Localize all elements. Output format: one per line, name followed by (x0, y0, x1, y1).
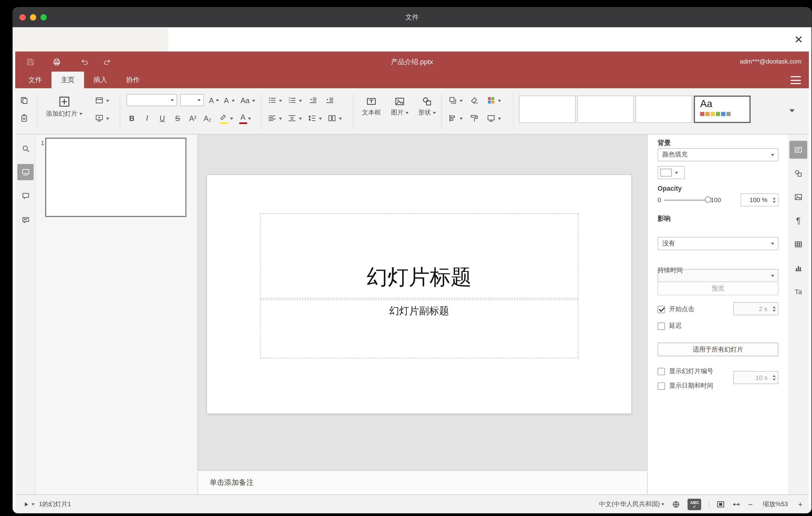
background-fill-select[interactable]: 颜色填充 (658, 148, 779, 162)
show-date-time-checkbox[interactable]: 显示日期和时间 (658, 381, 713, 391)
tab-insert[interactable]: 插入 (84, 71, 117, 88)
duration-input[interactable]: 2 s (733, 302, 778, 315)
start-slideshow-statusbar-button[interactable] (23, 500, 34, 508)
opacity-slider-knob[interactable] (705, 196, 711, 202)
paste-button[interactable] (17, 111, 31, 125)
print-icon[interactable] (51, 56, 62, 67)
slide-layout-button[interactable] (91, 93, 113, 108)
horizontal-align-button[interactable] (266, 111, 284, 125)
delay-checkbox[interactable]: 延迟 (658, 322, 682, 331)
spinner-arrows[interactable] (773, 304, 776, 313)
zoom-in-button[interactable]: + (798, 500, 803, 509)
shape-button[interactable]: 形状 (413, 90, 441, 123)
slide[interactable]: 幻灯片标题 幻灯片副标题 (207, 175, 632, 413)
vertical-align-button[interactable] (286, 111, 303, 125)
add-slide-button[interactable]: 添加幻灯片 (41, 90, 86, 123)
increase-indent-button[interactable] (322, 93, 337, 108)
clear-style-button[interactable] (467, 93, 482, 108)
search-button[interactable] (17, 140, 34, 157)
decrease-indent-button[interactable] (306, 93, 321, 108)
paragraph-settings-button[interactable]: ¶ (789, 212, 807, 230)
shape-settings-button[interactable] (789, 165, 807, 182)
slide-thumbnail[interactable] (45, 138, 186, 217)
slide-size-button[interactable] (484, 111, 504, 125)
italic-button[interactable]: I (140, 111, 154, 125)
tab-file[interactable]: 文件 (19, 71, 52, 88)
underline-button[interactable]: U (155, 111, 169, 125)
strikethrough-button[interactable]: S (171, 111, 184, 125)
notes-area[interactable]: 单击添加备注 (198, 470, 647, 494)
fit-slide-button[interactable] (717, 500, 725, 508)
tab-home[interactable]: 主页 (52, 71, 84, 88)
spellcheck-button[interactable]: ABC (688, 498, 701, 510)
theme-thumbnail[interactable] (636, 96, 692, 123)
tab-collaboration[interactable]: 协作 (117, 71, 149, 88)
chat-button[interactable] (17, 212, 34, 228)
spinner-arrows[interactable] (773, 195, 776, 204)
document-language-button[interactable] (672, 500, 680, 508)
increase-font-button[interactable]: A (207, 93, 221, 108)
numbering-button[interactable] (286, 93, 303, 108)
subtitle-placeholder[interactable]: 幻灯片副标题 (260, 299, 578, 358)
superscript-button[interactable]: A² (186, 111, 200, 125)
delay-input[interactable]: 10 s (733, 371, 778, 384)
image-settings-button[interactable] (789, 188, 807, 206)
textbox-button[interactable]: 文本框 (357, 90, 385, 123)
checkbox-icon[interactable] (658, 368, 665, 375)
background-color-picker[interactable] (658, 166, 685, 179)
effect-select[interactable]: 没有 (658, 237, 779, 250)
start-on-click-checkbox[interactable]: 开始点击 (658, 305, 694, 314)
preview-button[interactable]: 预览 (658, 282, 779, 295)
opacity-value-input[interactable]: 100 % (741, 194, 779, 207)
textart-settings-button[interactable]: Ta (789, 283, 807, 300)
line-spacing-button[interactable] (306, 111, 324, 125)
font-color-button[interactable]: A (236, 111, 255, 125)
theme-thumbnail-selected[interactable]: Aa (694, 96, 751, 123)
arrange-shapes-button[interactable] (446, 93, 465, 108)
zoom-window-button[interactable] (40, 14, 47, 20)
chart-settings-button[interactable] (789, 259, 807, 277)
image-button[interactable]: 图片 (386, 90, 413, 123)
color-scheme-button[interactable] (484, 93, 504, 108)
theme-thumbnail[interactable] (577, 96, 634, 123)
font-name-select[interactable] (126, 94, 177, 106)
start-slideshow-button[interactable] (91, 111, 113, 125)
decrease-font-button[interactable]: A (222, 93, 236, 108)
close-icon[interactable]: ✕ (794, 34, 803, 45)
redo-icon[interactable] (102, 56, 113, 67)
checkbox-checked-icon[interactable] (658, 306, 665, 313)
spinner-arrows[interactable] (773, 373, 776, 382)
align-shapes-button[interactable] (446, 111, 465, 125)
undo-icon[interactable] (79, 56, 90, 67)
fit-width-button[interactable] (732, 500, 741, 508)
opacity-slider[interactable] (664, 199, 708, 200)
bullets-button[interactable] (266, 93, 284, 108)
highlight-color-button[interactable] (216, 111, 235, 125)
comments-button[interactable] (17, 188, 34, 204)
columns-button[interactable] (326, 111, 344, 125)
slides-panel-button[interactable] (17, 164, 34, 180)
font-size-select[interactable] (180, 94, 204, 106)
show-slide-number-checkbox[interactable]: 显示幻灯片编号 (658, 367, 713, 376)
table-settings-button[interactable] (789, 235, 807, 253)
title-placeholder[interactable]: 幻灯片标题 (260, 213, 578, 298)
menu-icon[interactable] (790, 76, 801, 84)
themes-expand-button[interactable] (783, 102, 801, 120)
slide-settings-button[interactable] (789, 141, 807, 159)
apply-to-all-button[interactable]: 适用于所有幻灯片 (658, 343, 779, 356)
subscript-button[interactable]: A₂ (201, 111, 214, 125)
bold-button[interactable]: B (125, 111, 139, 125)
zoom-out-button[interactable]: − (748, 500, 753, 509)
checkbox-icon[interactable] (658, 382, 665, 390)
save-icon[interactable] (25, 56, 36, 67)
language-select[interactable]: 中文(中华人民共和国) (599, 500, 665, 509)
chevron-down-icon (171, 99, 174, 103)
minimize-window-button[interactable] (30, 14, 36, 20)
copy-style-button[interactable] (467, 111, 482, 125)
change-case-button[interactable]: Aa (238, 93, 258, 108)
checkbox-icon[interactable] (658, 322, 665, 329)
copy-button[interactable] (17, 93, 31, 108)
theme-thumbnail[interactable] (519, 96, 576, 123)
delay-label: 延迟 (669, 322, 682, 331)
close-window-button[interactable] (20, 14, 26, 20)
